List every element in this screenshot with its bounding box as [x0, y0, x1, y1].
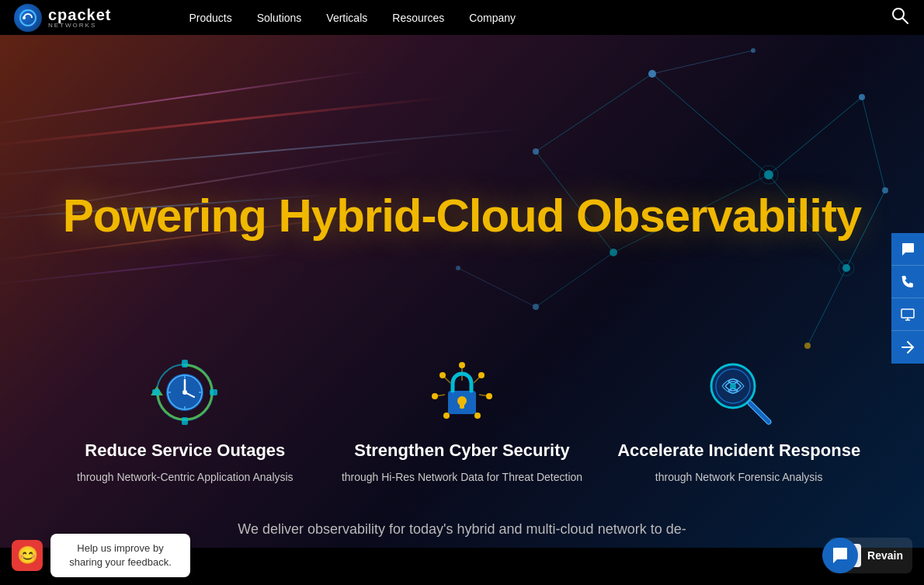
feature-reduce-sub: through Network-Centric Application Anal… [77, 470, 294, 486]
sidebar-phone-btn[interactable] [891, 266, 924, 298]
sidebar-monitor-btn[interactable] [891, 298, 924, 331]
revain-label: Revain [867, 549, 903, 562]
brand-sub: NETWORKS [48, 23, 112, 29]
sidebar-actions [891, 233, 924, 364]
nav-resources[interactable]: Resources [392, 9, 444, 27]
feedback-text: Help us improve by sharing your feedback… [69, 542, 172, 568]
svg-line-11 [862, 97, 885, 190]
svg-rect-32 [182, 417, 188, 425]
logo-circle [14, 4, 42, 32]
svg-point-21 [533, 148, 539, 155]
svg-point-1 [23, 16, 26, 19]
feature-reduce: Reduce Service Outages through Network-C… [61, 353, 309, 486]
nav-verticals[interactable]: Verticals [326, 9, 367, 27]
svg-point-26 [456, 266, 460, 270]
sidebar-chat-btn[interactable] [891, 233, 924, 266]
feature-security: Strengthen Cyber Security through Hi-Res… [338, 353, 586, 486]
feedback-bubble: Help us improve by sharing your feedback… [50, 534, 190, 577]
feature-security-icon [423, 353, 501, 431]
svg-line-54 [443, 375, 450, 383]
svg-line-3 [902, 18, 908, 23]
svg-point-63 [730, 383, 736, 389]
nav-company[interactable]: Company [469, 9, 516, 27]
svg-rect-34 [210, 389, 217, 395]
sidebar-login-btn[interactable] [891, 331, 924, 364]
svg-line-4 [652, 74, 769, 175]
nav-products[interactable]: Products [189, 9, 232, 27]
nav-links: Products Solutions Verticals Resources C… [189, 9, 516, 27]
svg-point-23 [751, 48, 756, 53]
svg-rect-60 [460, 401, 464, 409]
feature-incident-icon [700, 353, 778, 431]
feature-incident-sub: through Network Forensic Analysis [655, 470, 823, 486]
svg-point-24 [804, 343, 811, 349]
search-icon[interactable] [891, 7, 908, 28]
svg-line-5 [769, 97, 862, 175]
svg-line-52 [474, 375, 481, 383]
svg-line-14 [536, 252, 613, 307]
nav-solutions[interactable]: Solutions [257, 9, 302, 27]
feature-security-title: Strengthen Cyber Security [354, 440, 570, 461]
svg-line-65 [750, 403, 769, 422]
feedback-emoji-icon[interactable]: 😊 [12, 540, 43, 571]
svg-line-13 [808, 268, 846, 346]
feature-security-sub: through Hi-Res Network Data for Threat D… [342, 470, 582, 486]
svg-point-17 [764, 170, 773, 179]
svg-point-22 [610, 249, 617, 256]
chat-float-btn[interactable] [822, 538, 858, 573]
hero-title: Powering Hybrid-Cloud Observability [35, 190, 889, 242]
features-section: Reduce Service Outages through Network-C… [0, 353, 924, 486]
svg-point-18 [859, 94, 865, 100]
svg-point-25 [533, 304, 539, 310]
svg-rect-31 [182, 360, 188, 367]
svg-point-19 [842, 264, 850, 272]
svg-rect-66 [901, 309, 914, 318]
main-nav: cpacket NETWORKS Products Solutions Vert… [0, 0, 924, 35]
hero-bottom-text: We deliver observability for today's hyb… [113, 519, 811, 540]
feedback-widget: 😊 Help us improve by sharing your feedba… [12, 534, 190, 577]
feature-reduce-title: Reduce Service Outages [85, 440, 285, 461]
feature-reduce-icon [146, 353, 224, 431]
svg-line-8 [536, 74, 652, 151]
logo[interactable]: cpacket NETWORKS [14, 4, 112, 32]
svg-point-39 [182, 390, 187, 395]
logo-text: cpacket NETWORKS [48, 7, 112, 29]
brand-name: cpacket [48, 7, 112, 23]
feature-incident-title: Accelerate Incident Response [617, 440, 860, 461]
svg-rect-33 [152, 389, 160, 395]
svg-point-16 [648, 70, 656, 78]
svg-line-12 [652, 50, 753, 74]
svg-line-15 [458, 268, 536, 307]
hero-section: Powering Hybrid-Cloud Observability [0, 35, 924, 548]
feature-incident: Accelerate Incident Response through Net… [615, 353, 863, 486]
